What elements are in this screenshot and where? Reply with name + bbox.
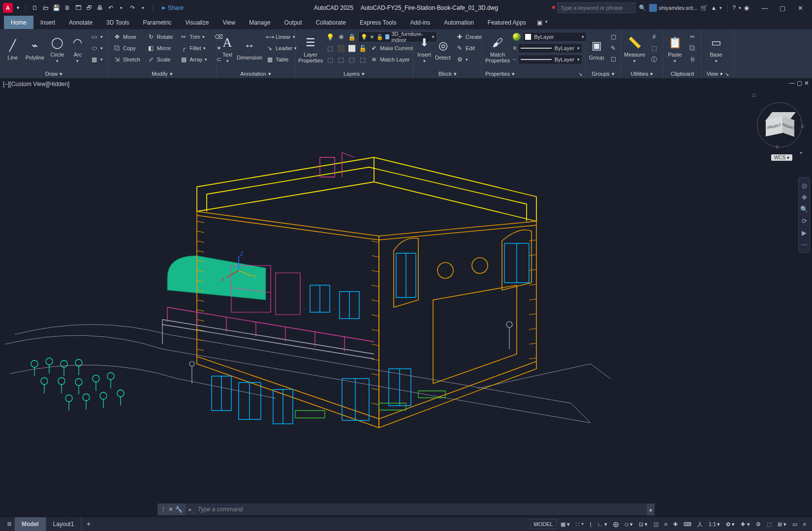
block-create-button[interactable]: ✚Create [454,31,484,42]
ellipse-button[interactable]: ⬭▾ [89,43,105,54]
open-icon[interactable]: 🗁 [41,3,50,12]
share-button[interactable]: ➤ Share [161,4,184,11]
help-drop-icon[interactable]: ▾ [739,5,741,10]
close-button[interactable]: ✕ [791,0,809,16]
nav-more-icon[interactable]: ⋯ [800,239,809,249]
make-current-button[interactable]: ✔Make Current [368,43,415,54]
web-open-icon[interactable]: 🗔 [74,3,83,12]
cut-button[interactable]: ✂ [687,31,698,42]
block-insert-button[interactable]: ⬇Insert▾ [416,31,432,67]
layout-menu-icon[interactable]: ≡ [4,520,15,529]
steering-wheel-icon[interactable]: ◎ [800,180,809,190]
cart-icon[interactable]: 🛒 [700,4,708,11]
vp-minimize-icon[interactable]: — [789,80,795,87]
status-clean-icon[interactable]: ▭ [790,519,799,529]
match-props-button[interactable]: 🖌Match Properties [485,31,510,67]
table-button[interactable]: ▦Table [264,54,299,65]
layer-c-icon[interactable]: ⬚ [347,55,356,64]
app-drop-icon[interactable]: ▾ [719,5,722,10]
tab-collaborate[interactable]: Collaborate [309,16,353,29]
tab-layout1[interactable]: Layout1 [46,517,82,531]
command-line[interactable]: ⋮ ✕ 🔧 ▸_ Type a command ▴ [157,503,655,515]
saveas-icon[interactable]: 🗎 [63,3,72,12]
layer-unlock-icon[interactable]: 🔓 [358,44,367,53]
add-layout-icon[interactable]: ＋ [81,520,96,529]
undo-icon[interactable]: ↶ [106,3,115,12]
command-input[interactable]: ▸_ Type a command [186,503,647,515]
text-button[interactable]: AText▾ [219,31,235,67]
status-ortho-icon[interactable]: ∟ ▾ [595,519,609,529]
group-sel-button[interactable]: ☐ [607,54,619,65]
rectangle-button[interactable]: ▭▾ [89,31,105,42]
view-cube[interactable]: FRONT RIGHT S E ▾ [757,102,802,148]
zoom-icon[interactable]: 🔍 [800,204,809,214]
undo-drop-icon[interactable]: ▾ [117,3,126,12]
block-detect-button[interactable]: ◎Detect [435,31,451,67]
status-scale[interactable]: 1:1 ▾ [707,519,722,529]
layer-a-icon[interactable]: ⬚ [326,55,335,64]
tab-express-tools[interactable]: Express Tools [353,16,403,29]
status-tpy-icon[interactable]: ✚ [671,519,680,529]
layer-on-icon[interactable]: ⬛ [337,44,345,53]
paste-button[interactable]: 📋Paste▾ [666,31,684,67]
cube-right-face[interactable]: RIGHT [782,116,794,137]
array-button[interactable]: ▦Array ▾ [178,54,209,65]
tab-visualize[interactable]: Visualize [179,16,216,29]
viewcube-menu-icon[interactable]: ▾ [800,150,802,155]
user-menu[interactable]: shiyamdev.srit... [649,4,698,12]
status-gear-icon[interactable]: ✿ ▾ [724,519,737,529]
app-logo[interactable]: A [3,3,13,13]
linetype-dropdown[interactable]: ┈ByLayer▾ [513,54,587,65]
layer-thaw-icon[interactable]: ⬜ [347,44,356,53]
focus-icon[interactable]: ▣ [537,19,542,26]
status-hw-icon[interactable]: ⊞ ▾ [776,519,788,529]
fillet-button[interactable]: ╭Fillet ▾ [178,43,209,54]
app-menu-drop[interactable]: ▼ [16,5,20,10]
cmd-close-icon[interactable]: ✕ [168,506,173,513]
block-edit-button[interactable]: ✎Edit [454,43,484,54]
panel-draw-title[interactable]: Draw ▾ [3,69,105,78]
lineweight-dropdown[interactable]: ≡ByLayer▾ [513,43,587,54]
mirror-button[interactable]: ◧Mirror [145,43,175,54]
status-dyn-icon[interactable]: ⌨ [682,519,693,529]
cmd-recent-icon[interactable]: ⋮ [160,506,166,513]
copy-button[interactable]: ⿻Copy [111,43,142,54]
measure-button[interactable]: 📏Measure▾ [624,31,645,67]
drawing-canvas[interactable]: [–][Custom View][Hidden] — ▢ ✕ ⌂ FRONT R… [0,79,812,502]
rotate-button[interactable]: ↻Rotate [145,31,175,42]
status-snap-icon[interactable]: ⸬ ▾ [574,519,586,529]
circle-button[interactable]: ◯Circle▾ [48,31,67,67]
linear-button[interactable]: ⟷Linear ▾ [264,31,299,42]
layer-props-button[interactable]: ☰Layer Properties [298,31,323,67]
util-c-button[interactable]: ⓘ [648,54,660,65]
match-layer-button[interactable]: ≋Match Layer [368,54,412,65]
panel-layers-title[interactable]: Layers ▾ [298,69,410,78]
minimize-button[interactable]: — [756,0,774,16]
move-button[interactable]: ✥Move [111,31,142,42]
cmd-history-icon[interactable]: ▴ [647,503,655,515]
layer-d-icon[interactable]: ⬚ [358,55,367,64]
tab-view[interactable]: View [216,16,242,29]
status-custom-icon[interactable]: ≡ [801,519,808,529]
util-a-button[interactable]: # [648,31,660,42]
tab-manage[interactable]: Manage [242,16,277,29]
showmotion-icon[interactable]: ▶ [800,228,809,237]
panel-annotation-title[interactable]: Annotation ▾ [219,69,292,78]
tab-insert[interactable]: Insert [33,16,62,29]
focus-drop-icon[interactable]: ▾ [545,19,548,26]
util-b-button[interactable]: ⬚ [648,43,660,54]
status-filter-icon[interactable]: ⬚ [765,519,774,529]
trim-button[interactable]: ✂Trim ▾ [178,31,209,42]
vp-close-icon[interactable]: ✕ [804,80,809,87]
pan-icon[interactable]: ✥ [800,192,809,202]
cloud-icon[interactable]: ◉ [744,4,749,11]
panel-view-title[interactable]: View ▾ ↘ [705,69,731,78]
group-button[interactable]: ▣Group [589,31,604,67]
status-grid-icon[interactable]: ▦ ▾ [559,519,572,529]
cube-front-face[interactable]: FRONT [766,116,782,136]
tab-3d-tools[interactable]: 3D Tools [99,16,136,29]
panel-groups-title[interactable]: Groups ▾ [589,69,618,78]
panel-modify-title[interactable]: Modify ▾ [111,69,213,78]
search-icon[interactable]: 🔍 [639,4,646,11]
redo-icon[interactable]: ↷ [128,3,137,12]
